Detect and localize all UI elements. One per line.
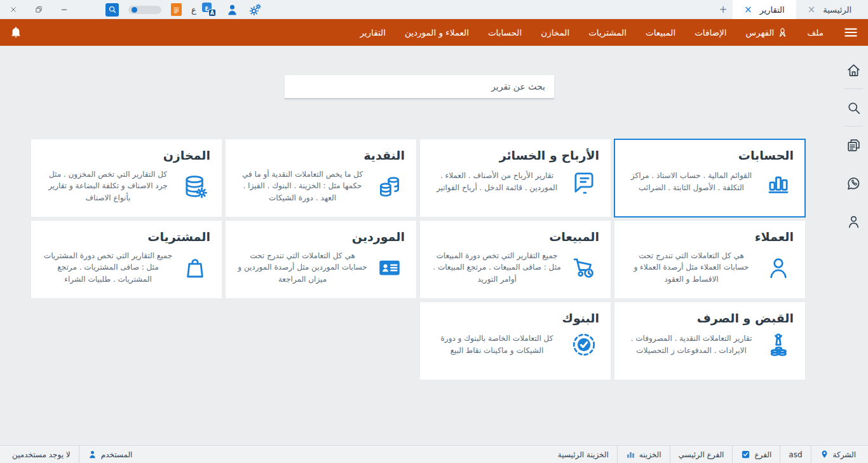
hamburger-menu-button[interactable] — [843, 24, 859, 41]
new-tab-button[interactable]: + — [714, 0, 733, 19]
user-account-button[interactable] — [226, 3, 239, 17]
search-icon — [846, 100, 862, 116]
bar-chart-icon — [765, 169, 792, 195]
treasury-selector-label: الخزينه — [639, 450, 661, 459]
tab-active[interactable]: التقارير× — [733, 0, 796, 19]
card-description: كل التقارير التي تخص المخزون . مثل جرد ا… — [43, 169, 173, 204]
coins-stack-icon — [626, 450, 635, 459]
bell-icon — [9, 25, 23, 39]
company-selector-label: الشركة — [833, 450, 856, 459]
display-toggle[interactable] — [128, 6, 161, 14]
user-selector[interactable]: المستخدم — [79, 446, 141, 463]
card-icon-wrap — [569, 254, 599, 281]
branch-selector-label: الفرع — [754, 450, 771, 459]
menu-item-label: العملاء و الموردين — [405, 27, 469, 38]
translate-button[interactable]: ع A — [202, 3, 216, 17]
report-category-card[interactable]: النقدية كل ما يخص التعاملات النقدية أو م… — [225, 139, 417, 218]
window-titlebar: ع ع A الرئيسية×التقارير×+ — [0, 0, 868, 19]
toggle-knob-icon — [132, 7, 137, 13]
menu-item-label: الإضافات — [695, 27, 726, 38]
menu-item[interactable]: المخازن — [541, 27, 569, 38]
menu-item[interactable]: المبيعات — [646, 27, 675, 38]
tab-inactive[interactable]: الرئيسية× — [796, 0, 863, 19]
card-description: تقارير التعاملات النقدية . المصروفات . ا… — [626, 333, 757, 356]
sidebar-whatsapp-button[interactable] — [839, 168, 868, 198]
main-menu-bar: ملفالفهرسالإضافاتالمبيعاتالمشترياتالمخاز… — [0, 19, 868, 46]
card-description: تقارير الأرباح من الأصناف . العملاء . ال… — [431, 170, 562, 193]
report-search-input[interactable] — [285, 75, 554, 98]
menu-item[interactable]: التقارير — [360, 27, 386, 38]
card-icon-wrap — [569, 169, 599, 195]
card-icon-wrap — [763, 331, 794, 358]
customer-icon — [765, 254, 792, 281]
tab-label: الرئيسية — [823, 5, 851, 15]
tab-close-icon[interactable]: × — [808, 5, 816, 15]
report-category-card[interactable]: الأرباح و الخسائر تقارير الأرباح من الأص… — [419, 139, 611, 218]
settings-button[interactable] — [248, 3, 262, 17]
card-icon-wrap — [180, 173, 210, 200]
sidebar-documents-button[interactable] — [839, 130, 868, 160]
treasury-selector[interactable]: الخزينه — [617, 446, 670, 463]
status-bar: الشركةasdالفرعالفرع الرئيسيالخزينهالخزين… — [0, 445, 868, 463]
menu-item-label: الحسابات — [488, 27, 522, 38]
report-category-card[interactable]: القبض و الصرف تقارير التعاملات النقدية .… — [614, 301, 806, 380]
card-title: الأرباح و الخسائر — [431, 148, 599, 163]
treasury-value-label: الخزينة الرئيسية — [558, 450, 609, 459]
home-icon — [846, 62, 862, 78]
card-icon-wrap — [374, 173, 405, 200]
checkbox-icon — [741, 450, 750, 459]
menu-item[interactable]: المشتريات — [588, 27, 627, 38]
quick-search-button[interactable] — [105, 3, 119, 17]
card-icon-wrap — [374, 254, 405, 281]
restore-window-button[interactable] — [34, 5, 43, 14]
user-icon — [226, 3, 239, 17]
report-category-card[interactable]: الموردين هي كل التعاملات التي تندرج تحت … — [225, 220, 417, 299]
menu-item-label: المشتريات — [588, 27, 627, 38]
menu-item[interactable]: ملف — [807, 27, 824, 38]
sidebar-search-button[interactable] — [839, 92, 868, 123]
sidebar-home-button[interactable] — [839, 55, 868, 85]
company-selector[interactable]: الشركة — [811, 446, 864, 463]
menu-item[interactable]: العملاء و الموردين — [405, 27, 469, 38]
user-icon — [88, 450, 97, 459]
documents-icon — [846, 137, 862, 153]
report-category-card[interactable]: العملاء هي كل التعاملات التي تندرج تحت ح… — [614, 220, 806, 299]
list-lines-icon — [172, 5, 180, 15]
search-icon — [108, 5, 117, 14]
report-category-card[interactable]: المخازن كل التقارير التي تخص المخزون . م… — [31, 139, 222, 218]
report-category-card[interactable]: الحسابات القوائم المالية . حساب الاستاذ … — [614, 139, 806, 218]
menu-item[interactable]: الإضافات — [695, 27, 726, 38]
menu-item-label: الفهرس — [745, 27, 774, 38]
coins-icon — [376, 173, 403, 200]
card-title: النقدية — [237, 148, 405, 163]
card-description: جميع التقارير التي تخص دورة المشتريات مث… — [43, 250, 173, 286]
notifications-bell-button[interactable] — [9, 25, 23, 39]
tab-label: التقارير — [760, 5, 785, 15]
card-icon-wrap — [763, 169, 794, 195]
card-title: المشتريات — [43, 230, 210, 244]
report-category-card[interactable]: المشتريات جميع التقارير التي تخص دورة ال… — [31, 220, 222, 299]
card-icon-wrap — [569, 331, 599, 358]
menu-item-label: ملف — [807, 27, 824, 38]
cash-person-icon — [765, 331, 792, 358]
minimize-window-button[interactable] — [60, 5, 69, 14]
tab-strip: الرئيسية×التقارير×+ — [714, 0, 863, 19]
card-title: المبيعات — [431, 230, 599, 244]
tab-close-icon[interactable]: × — [744, 5, 752, 15]
shopping-bag-icon — [182, 254, 208, 281]
menu-item[interactable]: الحسابات — [488, 27, 522, 38]
report-category-card[interactable]: المبيعات جميع التقارير التي تخص دورة الم… — [419, 220, 611, 299]
menu-item-label: المبيعات — [646, 27, 675, 38]
inventory-gear-icon — [182, 173, 208, 200]
card-title: الحسابات — [626, 148, 794, 163]
list-button[interactable] — [171, 3, 182, 16]
menu-item[interactable]: الفهرس — [745, 27, 788, 38]
branch-selector[interactable]: الفرع — [732, 446, 780, 463]
report-category-card[interactable]: البنوك كل التعاملات الخاصة بالبنوك و دور… — [419, 301, 611, 380]
sidebar-profile-button[interactable] — [839, 206, 868, 237]
branch-value: الفرع الرئيسي — [670, 446, 733, 463]
menu-item-label: التقارير — [360, 27, 386, 38]
right-sidebar — [839, 46, 868, 445]
profile-icon — [846, 214, 862, 230]
close-window-button[interactable] — [9, 5, 18, 14]
